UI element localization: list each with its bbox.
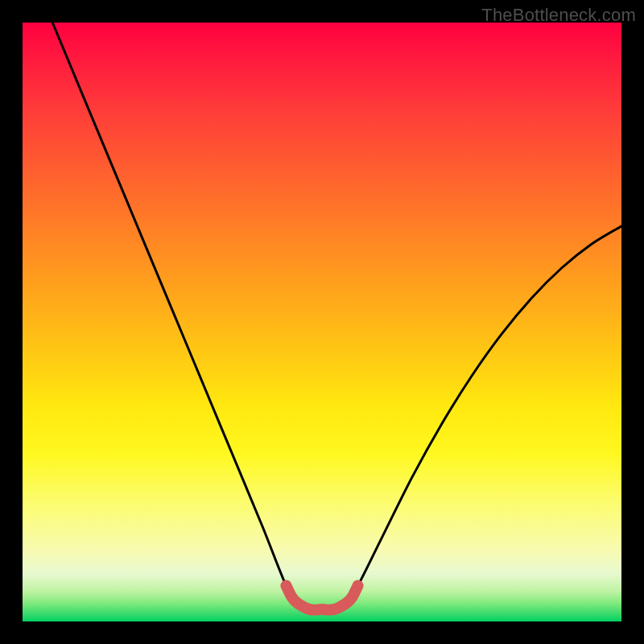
chart-frame: TheBottleneck.com (0, 0, 644, 644)
bottleneck-curve (52, 23, 621, 609)
plot-area (23, 23, 621, 621)
curve-svg (23, 23, 621, 621)
optimal-range-marker (286, 585, 357, 609)
